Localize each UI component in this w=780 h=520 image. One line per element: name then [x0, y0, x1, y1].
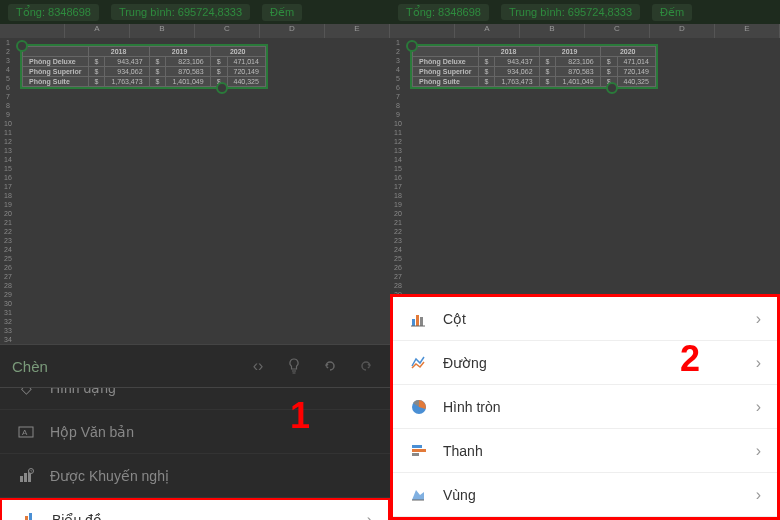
area-chart-icon — [409, 485, 429, 505]
insert-toolbar: Chèn ‹› — [0, 344, 390, 388]
chevron-right-icon: › — [756, 442, 761, 460]
svg-rect-3 — [24, 473, 27, 482]
selection-handle-bottomright[interactable] — [216, 82, 228, 94]
undo-icon[interactable] — [318, 354, 342, 378]
svg-rect-2 — [20, 476, 23, 482]
chart-type-area[interactable]: Vùng › — [393, 473, 777, 517]
chart-type-menu: Cột › Đường › Hình tròn › Thanh › — [390, 294, 780, 520]
annotation-1: 1 — [290, 395, 310, 437]
svg-marker-19 — [412, 490, 424, 500]
chart-type-line[interactable]: Đường › — [393, 341, 777, 385]
redo-icon[interactable] — [354, 354, 378, 378]
annotation-2: 2 — [680, 338, 700, 380]
svg-text:A: A — [22, 428, 28, 437]
selection-handle-topleft[interactable] — [406, 40, 418, 52]
chart-type-bar[interactable]: Thanh › — [393, 429, 777, 473]
shapes-icon: ◇ — [16, 388, 36, 398]
chevron-right-icon: › — [367, 511, 372, 520]
toolbar-title[interactable]: Chèn — [12, 358, 234, 375]
svg-rect-13 — [420, 317, 423, 326]
svg-rect-12 — [416, 315, 419, 326]
spreadsheet-area[interactable]: A B C D E 12345678910 111213141516171819… — [0, 24, 390, 344]
status-total: Tổng: 8348698 — [398, 4, 489, 21]
bar-chart-icon — [409, 441, 429, 461]
chevron-right-icon: › — [756, 310, 761, 328]
selected-data-table[interactable]: 2018 2019 2020 Phòng Deluxe $943,437 $82… — [20, 44, 268, 89]
line-chart-icon — [409, 353, 429, 373]
chevron-right-icon: › — [756, 486, 761, 504]
status-avg: Trung bình: 695724,8333 — [111, 4, 250, 20]
svg-rect-11 — [412, 319, 415, 326]
status-count: Đếm — [262, 4, 302, 21]
textbox-icon: A — [16, 422, 36, 442]
svg-rect-18 — [412, 453, 419, 456]
column-headers: A B C D E — [0, 24, 390, 38]
chart-icon — [18, 510, 38, 520]
right-pane: Tổng: 8348698 Trung bình: 695724,8333 Đế… — [390, 0, 780, 520]
column-headers: A B C D E — [390, 24, 780, 38]
svg-rect-9 — [29, 513, 32, 520]
status-total: Tổng: 8348698 — [8, 4, 99, 21]
chart-type-pie[interactable]: Hình tròn › — [393, 385, 777, 429]
svg-rect-16 — [412, 445, 422, 448]
chevron-updown-icon[interactable]: ‹› — [246, 354, 270, 378]
pie-chart-icon — [409, 397, 429, 417]
menu-item-shapes[interactable]: ◇ Hình dạng — [0, 388, 390, 410]
selected-data-table[interactable]: 2018 2019 2020 Phòng Deluxe $943,437 $82… — [410, 44, 658, 89]
svg-rect-17 — [412, 449, 426, 452]
lightbulb-icon[interactable] — [282, 354, 306, 378]
insert-menu: ◇ Hình dạng A Hộp Văn bản ? Được Khuyến … — [0, 388, 390, 520]
status-bar: Tổng: 8348698 Trung bình: 695724,8333 Đế… — [390, 0, 780, 24]
status-count: Đếm — [652, 4, 692, 21]
chevron-right-icon: › — [756, 398, 761, 416]
chart-type-column[interactable]: Cột › — [393, 297, 777, 341]
selection-handle-topleft[interactable] — [16, 40, 28, 52]
recommended-chart-icon: ? — [16, 466, 36, 486]
left-pane: Tổng: 8348698 Trung bình: 695724,8333 Đế… — [0, 0, 390, 520]
menu-item-textbox[interactable]: A Hộp Văn bản — [0, 410, 390, 454]
menu-item-chart[interactable]: Biểu đồ › — [0, 498, 390, 520]
status-avg: Trung bình: 695724,8333 — [501, 4, 640, 20]
chevron-right-icon: › — [756, 354, 761, 372]
menu-item-recommended[interactable]: ? Được Khuyến nghị — [0, 454, 390, 498]
column-chart-icon — [409, 309, 429, 329]
svg-rect-8 — [25, 516, 28, 520]
status-bar: Tổng: 8348698 Trung bình: 695724,8333 Đế… — [0, 0, 390, 24]
selection-handle-bottomright[interactable] — [606, 82, 618, 94]
row-numbers: 12345678910 11121314151617181920 2122232… — [0, 38, 16, 344]
